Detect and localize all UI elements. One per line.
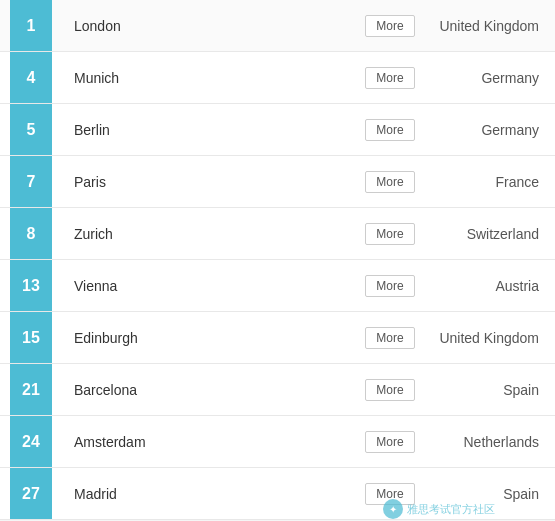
rank-cell: 15: [0, 312, 62, 363]
city-name: London: [62, 18, 355, 34]
table-row: 24AmsterdamMoreNetherlands: [0, 416, 555, 468]
rank-cell: 13: [0, 260, 62, 311]
rank-badge: 24: [10, 416, 52, 467]
more-cell: More: [355, 171, 425, 193]
more-button[interactable]: More: [365, 223, 414, 245]
rank-badge: 21: [10, 364, 52, 415]
city-name: Amsterdam: [62, 434, 355, 450]
city-name: Paris: [62, 174, 355, 190]
rank-cell: 27: [0, 468, 62, 519]
country-name: Austria: [425, 278, 555, 294]
more-button[interactable]: More: [365, 119, 414, 141]
rank-badge: 4: [10, 52, 52, 103]
more-cell: More: [355, 431, 425, 453]
rank-cell: 8: [0, 208, 62, 259]
country-name: Netherlands: [425, 434, 555, 450]
more-cell: More: [355, 15, 425, 37]
more-button[interactable]: More: [365, 67, 414, 89]
rank-cell: 7: [0, 156, 62, 207]
country-name: France: [425, 174, 555, 190]
main-container: 1LondonMoreUnited Kingdom4MunichMoreGerm…: [0, 0, 555, 520]
rank-cell: 4: [0, 52, 62, 103]
table-row: 8ZurichMoreSwitzerland: [0, 208, 555, 260]
table-row: 1LondonMoreUnited Kingdom: [0, 0, 555, 52]
watermark-text: 雅思考试官方社区: [407, 502, 495, 517]
more-cell: More: [355, 67, 425, 89]
more-button[interactable]: More: [365, 275, 414, 297]
more-cell: More: [355, 379, 425, 401]
more-cell: More: [355, 327, 425, 349]
table-row: 5BerlinMoreGermany: [0, 104, 555, 156]
more-button[interactable]: More: [365, 15, 414, 37]
country-name: United Kingdom: [425, 330, 555, 346]
country-name: Switzerland: [425, 226, 555, 242]
rank-badge: 27: [10, 468, 52, 519]
more-button[interactable]: More: [365, 327, 414, 349]
city-name: Berlin: [62, 122, 355, 138]
city-name: Munich: [62, 70, 355, 86]
table-row: 4MunichMoreGermany: [0, 52, 555, 104]
more-button[interactable]: More: [365, 431, 414, 453]
watermark-overlay: ✦雅思考试官方社区: [383, 499, 495, 519]
rank-badge: 1: [10, 0, 52, 51]
more-button[interactable]: More: [365, 379, 414, 401]
rank-cell: 5: [0, 104, 62, 155]
table-row: 7ParisMoreFrance: [0, 156, 555, 208]
city-name: Zurich: [62, 226, 355, 242]
country-name: Germany: [425, 70, 555, 86]
city-name: Barcelona: [62, 382, 355, 398]
city-name: Edinburgh: [62, 330, 355, 346]
table-row: 21BarcelonaMoreSpain: [0, 364, 555, 416]
table-row: 15EdinburghMoreUnited Kingdom: [0, 312, 555, 364]
city-name: Madrid: [62, 486, 355, 502]
table-row: 27MadridMoreSpain✦雅思考试官方社区: [0, 468, 555, 520]
more-button[interactable]: More: [365, 171, 414, 193]
rank-cell: 1: [0, 0, 62, 51]
rank-cell: 21: [0, 364, 62, 415]
rank-cell: 24: [0, 416, 62, 467]
more-cell: More: [355, 275, 425, 297]
rank-badge: 5: [10, 104, 52, 155]
watermark-icon: ✦: [383, 499, 403, 519]
rank-badge: 13: [10, 260, 52, 311]
country-name: United Kingdom: [425, 18, 555, 34]
table-row: 13ViennaMoreAustria: [0, 260, 555, 312]
rank-badge: 8: [10, 208, 52, 259]
more-cell: More: [355, 119, 425, 141]
city-name: Vienna: [62, 278, 355, 294]
country-name: Spain: [425, 382, 555, 398]
more-cell: More: [355, 223, 425, 245]
country-name: Germany: [425, 122, 555, 138]
rank-badge: 15: [10, 312, 52, 363]
rank-badge: 7: [10, 156, 52, 207]
